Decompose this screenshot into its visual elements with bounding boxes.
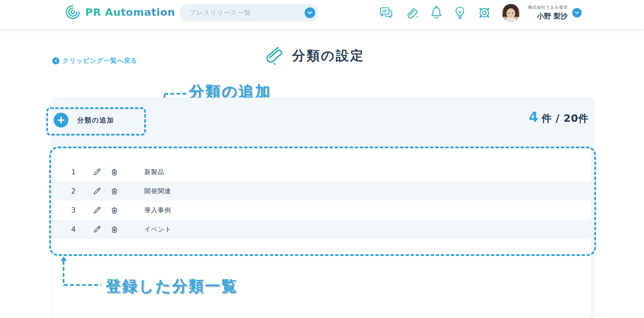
category-name: 開発関連 [144,181,171,201]
action-divider [105,205,105,215]
bell-icon[interactable] [429,5,444,20]
delete-button[interactable] [107,162,122,181]
row-number: 3 [67,201,80,220]
app-window: PR Automation プレスリリース一覧 [0,0,644,318]
delete-button[interactable] [107,220,122,239]
category-count-current: 4 [529,109,538,125]
chevron-down-icon [305,7,315,18]
category-name: 新製品 [144,162,164,181]
edit-button[interactable] [90,162,104,181]
delete-button[interactable] [107,201,122,220]
plus-icon [54,113,68,127]
category-name: 導入事例 [144,201,171,220]
paperclip-icon[interactable] [406,5,420,20]
add-category-button-label: 分類の追加 [77,116,114,125]
action-divider [105,167,105,177]
row-number: 4 [67,220,80,239]
page-selector-dropdown[interactable]: プレスリリース一覧 [179,4,319,21]
app-logo[interactable]: PR Automation [65,4,175,20]
annotation-list-arrowhead [61,256,67,261]
logo-spiral-icon [65,4,80,20]
user-company: 株式会社うまみ食堂 [528,4,568,10]
category-name: イベント [144,220,172,239]
page-title-block: 分類の設定 [263,44,365,67]
top-header: PR Automation プレスリリース一覧 [0,0,644,29]
annotation-list-connector-bottom [64,284,101,286]
page-title: 分類の設定 [292,47,365,65]
paperclip-title-icon [263,44,283,67]
table-row: 4 イベント [52,220,591,239]
user-menu-chevron-icon[interactable] [572,8,582,17]
user-name: 小野 梨沙 [537,11,568,21]
annotation-add-connector-top [164,93,186,95]
gear-icon[interactable] [477,5,492,20]
table-row: 2 開発関連 [52,181,591,201]
annotation-list-connector-vertical [63,261,64,286]
action-divider [105,224,105,234]
page-selector-value: プレスリリース一覧 [190,8,305,17]
lightbulb-icon[interactable] [452,5,467,20]
add-category-button[interactable]: 分類の追加 [54,113,114,127]
logo-text: PR Automation [85,6,175,18]
action-divider [105,186,105,196]
back-to-clipping-link[interactable]: クリッピング一覧へ戻る [52,56,138,65]
category-counter: 4 件 / 20件 [529,109,589,125]
category-list: 1 新製品 2 開発関連 3 [52,162,591,239]
chevron-left-icon [52,57,59,64]
chat-icon[interactable] [379,5,393,20]
edit-button[interactable] [90,220,104,239]
user-avatar[interactable] [502,4,520,22]
table-row: 3 導入事例 [52,201,591,220]
annotation-registered-list: 登録した分類一覧 [106,276,238,296]
delete-button[interactable] [107,181,122,201]
row-number: 1 [67,162,80,181]
category-count-total: 件 / 20件 [541,112,589,125]
edit-button[interactable] [90,181,104,201]
row-number: 2 [67,181,80,201]
back-link-label: クリッピング一覧へ戻る [62,56,138,65]
edit-button[interactable] [90,201,104,220]
table-row: 1 新製品 [52,162,591,181]
